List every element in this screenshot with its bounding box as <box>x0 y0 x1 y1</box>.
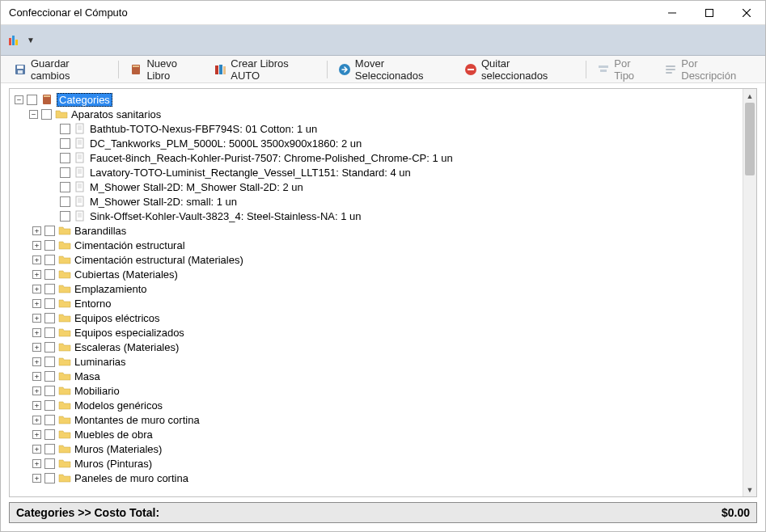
checkbox[interactable] <box>41 109 52 120</box>
expand-icon[interactable]: + <box>32 328 41 337</box>
tree-leaf[interactable]: M_Shower Stall-2D: small: 1 un <box>60 194 738 209</box>
by-type-button[interactable]: Por Tipo <box>592 55 656 84</box>
checkbox[interactable] <box>44 357 55 367</box>
minimize-button[interactable] <box>654 1 691 24</box>
tree-folder-collapsed[interactable]: +Luminarias <box>32 354 738 369</box>
tree-folder-collapsed[interactable]: +Mobiliario <box>32 383 738 398</box>
by-description-button[interactable]: Por Descripción <box>659 55 757 84</box>
tree-panel: − Categories − Aparatos sanitarios Batht… <box>9 88 757 497</box>
expand-icon[interactable]: + <box>32 401 41 410</box>
tree-folder-collapsed[interactable]: +Montantes de muro cortina <box>32 412 738 427</box>
tree-folder-collapsed[interactable]: +Escaleras (Materiales) <box>32 340 738 354</box>
checkbox[interactable] <box>44 371 55 382</box>
expand-icon[interactable]: + <box>32 343 41 352</box>
checkbox[interactable] <box>60 211 70 222</box>
folder-label: Masa <box>74 370 100 382</box>
close-icon <box>743 9 751 17</box>
tree-folder-collapsed[interactable]: +Entorno <box>32 296 738 310</box>
tree-folder-collapsed[interactable]: +Muros (Materiales) <box>32 441 738 456</box>
tree-leaf[interactable]: Lavatory-TOTO-Luminist_Rectangle_Vessel_… <box>60 165 738 179</box>
checkbox[interactable] <box>44 429 55 440</box>
expand-icon[interactable]: + <box>32 474 41 483</box>
expand-icon[interactable]: + <box>32 299 41 308</box>
tree-leaf[interactable]: Bathtub-TOTO-Nexus-FBF794S: 01 Cotton: 1… <box>60 121 738 136</box>
checkbox[interactable] <box>44 473 55 483</box>
checkbox[interactable] <box>44 240 55 251</box>
expand-icon[interactable]: + <box>32 372 41 381</box>
tree-folder-collapsed[interactable]: +Modelos genéricos <box>32 398 738 412</box>
collapse-icon[interactable]: − <box>29 110 38 119</box>
checkbox[interactable] <box>60 153 70 163</box>
expand-icon[interactable]: + <box>32 270 41 279</box>
checkbox[interactable] <box>44 313 55 323</box>
scroll-track[interactable] <box>743 103 756 483</box>
tree-folder-collapsed[interactable]: +Paneles de muro cortina <box>32 471 738 485</box>
tree-folder-collapsed[interactable]: +Equipos eléctricos <box>32 310 738 325</box>
expand-icon[interactable]: + <box>32 459 41 468</box>
checkbox[interactable] <box>44 386 55 396</box>
tree-leaf[interactable]: Faucet-8inch_Reach-Kohler-Purist-7507: C… <box>60 150 738 165</box>
checkbox[interactable] <box>60 167 70 178</box>
checkbox[interactable] <box>44 444 55 454</box>
checkbox[interactable] <box>44 400 55 411</box>
tree-folder-collapsed[interactable]: +Cimentación estructural <box>32 238 738 252</box>
tree-folder-collapsed[interactable]: +Muros (Pinturas) <box>32 456 738 471</box>
tree-folder-collapsed[interactable]: +Equipos especializados <box>32 325 738 340</box>
expand-icon[interactable]: + <box>32 445 41 454</box>
expand-icon[interactable]: + <box>32 314 41 323</box>
tree-folder-open[interactable]: − Aparatos sanitarios <box>29 107 738 121</box>
checkbox[interactable] <box>44 269 55 280</box>
tree-folder-collapsed[interactable]: +Masa <box>32 369 738 383</box>
checkbox[interactable] <box>44 458 55 469</box>
folder-label: Muebles de obra <box>74 429 153 441</box>
close-button[interactable] <box>728 1 765 24</box>
tree-view[interactable]: − Categories − Aparatos sanitarios Batht… <box>10 89 743 496</box>
expand-icon[interactable]: + <box>32 285 41 293</box>
scroll-down-icon[interactable]: ▼ <box>743 483 756 496</box>
checkbox[interactable] <box>60 138 70 149</box>
remove-selected-button[interactable]: Quitar seleccionados <box>459 55 580 84</box>
collapse-icon[interactable]: − <box>15 95 23 104</box>
save-button[interactable]: Guardar cambios <box>9 55 112 84</box>
checkbox[interactable] <box>44 284 55 294</box>
appbar-dropdown[interactable]: ▼ <box>25 34 36 46</box>
scroll-up-icon[interactable]: ▲ <box>743 89 756 103</box>
checkbox[interactable] <box>60 124 70 134</box>
checkbox[interactable] <box>44 226 55 236</box>
folder-label: Equipos eléctricos <box>74 312 160 324</box>
move-selected-button[interactable]: Mover Seleccionados <box>333 55 456 84</box>
maximize-button[interactable] <box>691 1 728 24</box>
tree-leaf[interactable]: Sink-Offset-Kohler-Vault-3823_4: Steel-S… <box>60 209 738 223</box>
checkbox[interactable] <box>44 255 55 265</box>
tree-root-node[interactable]: − Categories <box>15 92 738 107</box>
tree-leaf[interactable]: DC_Tankworks_PLM_5000L: 5000L 3500x900x1… <box>60 136 738 150</box>
folder-label: Cimentación estructural <box>74 239 185 251</box>
tree-leaf[interactable]: M_Shower Stall-2D: M_Shower Stall-2D: 2 … <box>60 179 738 194</box>
checkbox[interactable] <box>60 182 70 192</box>
checkbox[interactable] <box>44 327 55 338</box>
tree-folder-collapsed[interactable]: +Emplazamiento <box>32 281 738 296</box>
scroll-thumb[interactable] <box>745 103 755 175</box>
file-icon <box>74 180 87 193</box>
expand-icon[interactable]: + <box>32 357 41 366</box>
checkbox[interactable] <box>60 196 70 207</box>
expand-icon[interactable]: + <box>32 430 41 439</box>
leaf-label: M_Shower Stall-2D: small: 1 un <box>90 196 237 208</box>
expand-icon[interactable]: + <box>32 386 41 395</box>
create-auto-button[interactable]: Crear Libros AUTO <box>209 55 321 84</box>
tree-folder-collapsed[interactable]: +Cubiertas (Materiales) <box>32 267 738 281</box>
svg-rect-9 <box>18 70 23 74</box>
expand-icon[interactable]: + <box>32 416 41 424</box>
scrollbar-vertical[interactable]: ▲ ▼ <box>743 89 756 496</box>
new-book-button[interactable]: Nuevo Libro <box>125 55 205 84</box>
tree-folder-collapsed[interactable]: +Cimentación estructural (Materiales) <box>32 252 738 267</box>
checkbox[interactable] <box>27 95 37 105</box>
checkbox[interactable] <box>44 415 55 425</box>
checkbox[interactable] <box>44 342 55 353</box>
tree-folder-collapsed[interactable]: +Muebles de obra <box>32 427 738 441</box>
expand-icon[interactable]: + <box>32 241 41 250</box>
expand-icon[interactable]: + <box>32 226 41 235</box>
tree-folder-collapsed[interactable]: +Barandillas <box>32 223 738 238</box>
expand-icon[interactable]: + <box>32 255 41 264</box>
checkbox[interactable] <box>44 298 55 309</box>
